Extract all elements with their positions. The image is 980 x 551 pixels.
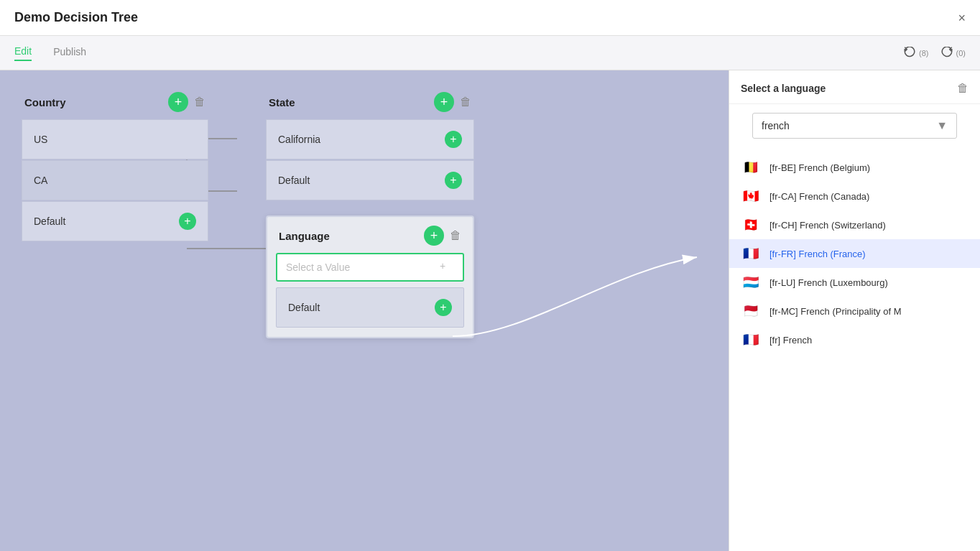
language-default-node[interactable]: Default + — [276, 287, 464, 328]
search-container: ▼ — [729, 104, 980, 147]
country-default-label: Default — [34, 216, 65, 227]
sidebar-title: Select a language — [741, 83, 826, 94]
country-title: Country — [24, 96, 66, 108]
state-california-node[interactable]: California + — [266, 119, 474, 159]
lang-fr-CH-label: [fr-CH] French (Switzerland) — [769, 220, 886, 231]
sidebar-header: Select a language 🗑 — [729, 70, 980, 104]
flag-fr-CA: 🇨🇦 — [741, 189, 761, 203]
chevron-down-icon: ▼ — [936, 119, 948, 132]
language-add-button[interactable]: + — [424, 226, 444, 246]
country-actions: + 🗑 — [168, 92, 205, 112]
lang-fr-BE[interactable]: 🇧🇪 [fr-BE] French (Belgium) — [729, 153, 980, 182]
state-default-node[interactable]: Default + — [266, 160, 474, 200]
country-us-label: US — [34, 134, 47, 145]
country-delete-button[interactable]: 🗑 — [194, 96, 205, 108]
lang-fr-LU[interactable]: 🇱🇺 [fr-LU] French (Luxembourg) — [729, 268, 980, 297]
toolbar: Edit Publish (8) (0) — [0, 36, 980, 70]
redo-count: (0) — [956, 49, 966, 57]
state-california-label: California — [278, 134, 320, 145]
state-header: State + 🗑 — [266, 92, 474, 112]
sidebar: Select a language 🗑 ▼ 🇧🇪 [fr-BE] French … — [729, 70, 980, 551]
state-add-button[interactable]: + — [434, 92, 454, 112]
lang-fr-MC-label: [fr-MC] French (Principality of M — [769, 306, 901, 317]
sidebar-delete-button[interactable]: 🗑 — [957, 82, 969, 95]
lang-fr-BE-label: [fr-BE] French (Belgium) — [769, 162, 870, 173]
lang-fr-label: [fr] French — [769, 335, 812, 346]
state-california-add[interactable]: + — [445, 131, 462, 148]
state-title: State — [269, 96, 295, 108]
flag-fr-MC: 🇲🇨 — [741, 304, 761, 318]
language-search-input[interactable] — [762, 120, 936, 131]
lang-fr-CA-label: [fr-CA] French (Canada) — [769, 191, 869, 202]
country-header: Country + 🗑 — [22, 92, 208, 112]
country-add-button[interactable]: + — [168, 92, 188, 112]
language-value-add[interactable]: + — [440, 260, 454, 274]
state-column: State + 🗑 California + Default + — [266, 92, 474, 338]
lang-fr-CA[interactable]: 🇨🇦 [fr-CA] French (Canada) — [729, 182, 980, 210]
lang-fr-FR-label: [fr-FR] French (France) — [769, 249, 866, 259]
language-default-add[interactable]: + — [435, 299, 452, 316]
language-header: Language + 🗑 — [276, 226, 464, 246]
tree-area: Country + 🗑 US CA Default + — [0, 70, 729, 551]
lang-fr-LU-label: [fr-LU] French (Luxembourg) — [769, 277, 888, 288]
country-default-node[interactable]: Default + — [22, 201, 208, 241]
language-select-value[interactable]: Select a Value + — [276, 253, 464, 282]
language-default-label: Default — [288, 302, 320, 313]
country-default-add[interactable]: + — [179, 213, 196, 230]
undo-count: (8) — [919, 49, 928, 57]
country-ca-node[interactable]: CA — [22, 160, 208, 200]
country-column: Country + 🗑 US CA Default + — [22, 92, 208, 242]
main-canvas: Country + 🗑 US CA Default + — [0, 70, 980, 551]
language-placeholder: Select a Value — [286, 261, 350, 273]
app-title: Demo Decision Tree — [14, 10, 138, 25]
tree-columns: Country + 🗑 US CA Default + — [22, 92, 707, 338]
flag-fr-LU: 🇱🇺 — [741, 275, 761, 290]
lang-fr-CH[interactable]: 🇨🇭 [fr-CH] French (Switzerland) — [729, 210, 980, 239]
lang-fr[interactable]: 🇫🇷 [fr] French — [729, 325, 980, 354]
undo-button[interactable]: (8) — [903, 47, 928, 60]
language-actions: + 🗑 — [424, 226, 461, 246]
state-delete-button[interactable]: 🗑 — [460, 96, 471, 108]
language-delete-button[interactable]: 🗑 — [450, 229, 461, 242]
state-default-add[interactable]: + — [445, 172, 462, 189]
country-ca-label: CA — [34, 175, 47, 186]
language-title: Language — [279, 230, 330, 242]
close-button[interactable]: × — [958, 10, 966, 25]
flag-fr-CH: 🇨🇭 — [741, 218, 761, 232]
tab-edit[interactable]: Edit — [14, 45, 32, 61]
flag-fr-BE: 🇧🇪 — [741, 160, 761, 175]
redo-button[interactable]: (0) — [940, 47, 966, 60]
flag-fr-FR: 🇫🇷 — [741, 246, 761, 261]
state-default-label: Default — [278, 175, 310, 186]
language-section: Language + 🗑 Select a Value + Default — [266, 216, 474, 338]
undo-redo-controls: (8) (0) — [903, 47, 966, 60]
lang-fr-FR[interactable]: 🇫🇷 [fr-FR] French (France) — [729, 239, 980, 268]
header: Demo Decision Tree × — [0, 0, 980, 36]
state-actions: + 🗑 — [434, 92, 471, 112]
flag-fr: 🇫🇷 — [741, 333, 761, 347]
language-box: Language + 🗑 Select a Value + Default — [266, 216, 474, 338]
language-search-box: ▼ — [752, 113, 957, 139]
tab-publish[interactable]: Publish — [53, 46, 86, 60]
lang-fr-MC[interactable]: 🇲🇨 [fr-MC] French (Principality of M — [729, 297, 980, 325]
language-dropdown-list: 🇧🇪 [fr-BE] French (Belgium) 🇨🇦 [fr-CA] F… — [729, 147, 980, 551]
country-us-node[interactable]: US — [22, 119, 208, 159]
